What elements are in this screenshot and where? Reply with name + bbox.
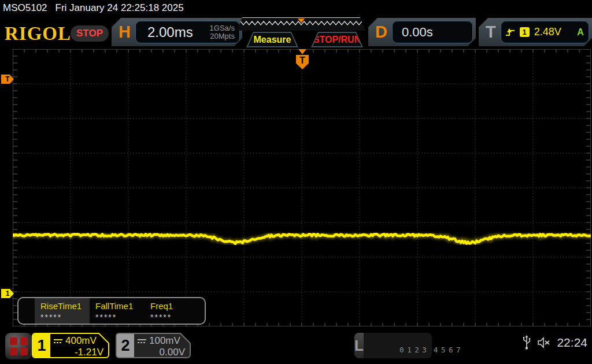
rising-edge-trigger-icon: [506, 28, 515, 36]
waveform-overview-strip[interactable]: [237, 17, 365, 31]
timebase-value: 2.00ms: [147, 24, 210, 40]
channel1-tab[interactable]: 1 400mV -1.21V: [32, 333, 109, 358]
delay-label: D: [375, 23, 387, 42]
channel1-values: 400mV -1.21V: [54, 335, 103, 358]
measure-button[interactable]: Measure: [246, 32, 298, 47]
overview-trigger-marker-icon[interactable]: [298, 18, 305, 23]
channel2-values: 100mV 0.00V: [138, 335, 185, 358]
system-tray: 22:24: [522, 335, 587, 350]
channel2-scale: 100mV: [149, 335, 180, 347]
titlebar: MSO5102 Fri January 24 22:25:18 2025: [0, 0, 592, 16]
trigger-box[interactable]: 1 2.48V A: [501, 21, 589, 43]
trigger-sweep-mode: A: [577, 27, 584, 38]
channel1-badge: 1: [33, 334, 50, 357]
trigger-source-badge: 1: [520, 27, 530, 37]
horizontal-settings-button[interactable]: H 2.00ms 1GSa/s 20Mpts: [112, 18, 242, 46]
model-name: MSO5102: [3, 2, 47, 14]
trigger-level-value: 2.48V: [534, 26, 561, 38]
trigger-label: T: [486, 23, 496, 42]
clock-text: 22:24: [557, 336, 587, 350]
status-bar: 1 400mV -1.21V 2 100mV 0.00V L: [0, 329, 592, 364]
measurement-panel[interactable]: RiseTime1 ***** FallTime1 ***** Freq1 **…: [17, 297, 206, 325]
trigger-level-marker[interactable]: T: [1, 75, 14, 84]
acquisition-info: 1GSa/s 20Mpts: [210, 24, 235, 40]
measurement-freq[interactable]: Freq1 *****: [145, 298, 199, 324]
channel1-scale: 400mV: [65, 335, 97, 347]
channel2-offset: 0.00V: [138, 347, 185, 358]
channel1-position-marker[interactable]: 1: [1, 289, 14, 298]
channel1-offset: -1.21V: [54, 347, 103, 358]
channel2-tab[interactable]: 2 100mV 0.00V: [116, 333, 191, 358]
grid-and-waveform: [13, 49, 591, 326]
sample-rate: 1GSa/s: [210, 24, 235, 32]
datetime-text: Fri January 24 22:25:18 2025: [56, 2, 184, 14]
trigger-position-triangle-icon: [298, 49, 306, 54]
measurement-falltime[interactable]: FallTime1 *****: [90, 298, 145, 324]
trigger-position-marker[interactable]: T: [296, 49, 309, 69]
memory-depth: 20Mpts: [210, 32, 235, 40]
logic-channel-numbers: 0 1 2 3 4 5 6 7 8 9 10 11 12 13 14 15: [364, 333, 479, 358]
logic-analyzer-tab[interactable]: L 0 1 2 3 4 5 6 7 8 9 10 11 12 13 14 15: [354, 333, 432, 358]
speaker-muted-icon: [537, 337, 551, 348]
oscilloscope-screen: MSO5102 Fri January 24 22:25:18 2025 RIG…: [0, 0, 592, 364]
graticule-display: T T 1 RiseTime1 ***** FallTime1 ***** Fr…: [13, 49, 591, 326]
timebase-box[interactable]: 2.00ms 1GSa/s 20Mpts: [135, 21, 240, 43]
channel2-badge: 2: [117, 334, 134, 357]
quick-menu-button[interactable]: [5, 333, 32, 359]
horizontal-label: H: [119, 23, 131, 42]
delay-box[interactable]: 0.00s: [392, 21, 473, 43]
measurement-risetime[interactable]: RiseTime1 *****: [35, 298, 90, 324]
delay-value: 0.00s: [402, 25, 433, 40]
header-bar: RIGOL STOP H 2.00ms 1GSa/s 20Mpts Measur…: [0, 16, 592, 49]
logic-analyzer-badge: L: [354, 333, 364, 358]
dc-coupling-icon: [54, 339, 62, 343]
rigol-logo: RIGOL: [5, 23, 71, 44]
delay-settings-button[interactable]: D 0.00s: [368, 18, 476, 46]
usb-icon: [522, 335, 531, 350]
trigger-settings-button[interactable]: T 1 2.48V A: [479, 18, 592, 46]
stop-run-button[interactable]: STOP/RUN: [311, 32, 363, 47]
run-state-badge: STOP: [71, 25, 109, 42]
dc-coupling-icon: [138, 339, 146, 343]
